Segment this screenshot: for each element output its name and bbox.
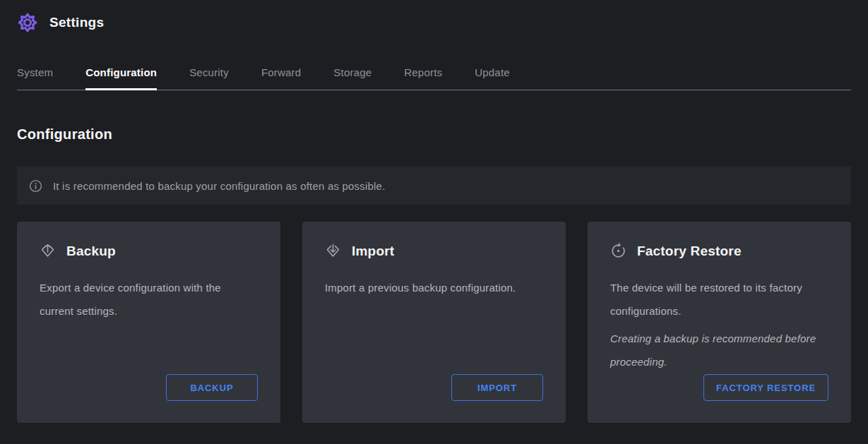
info-icon [28,179,43,193]
tab-bar: System Configuration Security Forward St… [17,66,851,90]
factory-restore-button[interactable]: FACTORY RESTORE [703,374,828,401]
backup-card-header: Backup [40,243,258,259]
upload-icon [40,243,56,259]
factory-restore-card: Factory Restore The device will be resto… [588,222,851,423]
card-row: Backup Export a device configuration wit… [17,222,851,423]
tab-reports[interactable]: Reports [404,66,442,90]
tab-storage[interactable]: Storage [333,66,371,90]
factory-restore-card-description: The device will be restored to its facto… [610,276,826,323]
import-card-title: Import [352,244,394,259]
import-card-description: Import a previous backup configuration. [325,276,540,299]
notice-text: It is recommended to backup your configu… [53,180,386,192]
factory-restore-card-header: Factory Restore [610,243,828,259]
gear-icon [17,12,38,33]
factory-restore-card-title: Factory Restore [637,244,742,259]
import-card-header: Import [325,243,543,259]
download-icon [325,243,341,259]
notice-banner: It is recommended to backup your configu… [17,167,851,205]
restore-icon [610,243,626,259]
backup-card: Backup Export a device configuration wit… [17,222,280,423]
tab-forward[interactable]: Forward [261,66,301,90]
backup-card-description: Export a device configuration with the c… [40,276,255,323]
backup-button[interactable]: BACKUP [166,374,258,401]
backup-card-title: Backup [66,244,116,259]
tab-system[interactable]: System [17,66,53,90]
app-title: Settings [49,15,104,30]
import-button[interactable]: IMPORT [451,374,543,401]
tab-update[interactable]: Update [475,66,510,90]
app-header: Settings [0,0,868,33]
tab-configuration[interactable]: Configuration [85,66,157,90]
tab-security[interactable]: Security [189,66,229,90]
factory-restore-card-note: Creating a backup is recommended before … [610,327,826,373]
import-card: Import Import a previous backup configur… [302,222,566,423]
page-title: Configuration [17,126,851,142]
